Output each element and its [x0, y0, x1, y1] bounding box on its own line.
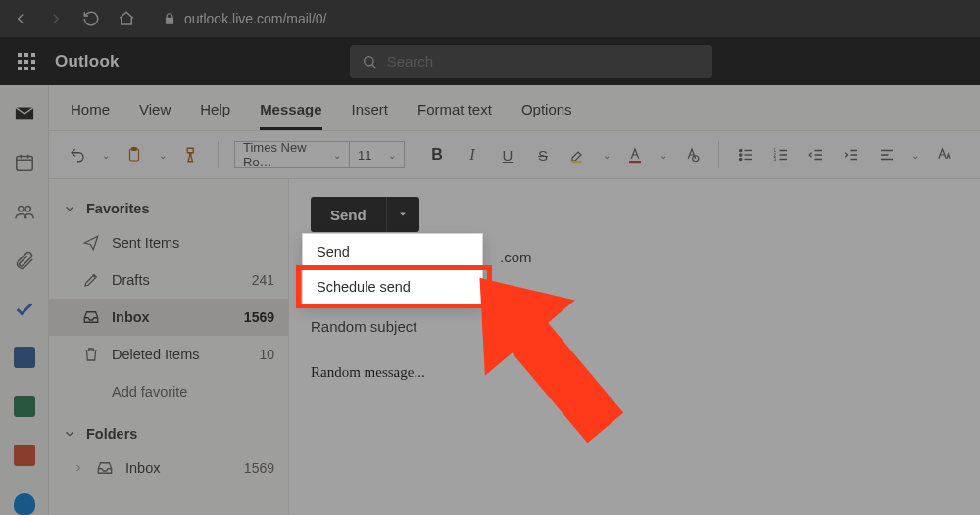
- send-menu-schedule-send[interactable]: Schedule send: [303, 269, 482, 304]
- folders-label: Folders: [86, 426, 137, 442]
- app-launcher-icon[interactable]: [18, 53, 35, 70]
- ribbon-commands: ⌄ ⌄ Times New Ro…⌄ 11⌄ B I U S ⌄ ⌄: [49, 130, 980, 179]
- tab-message[interactable]: Message: [260, 95, 321, 130]
- font-color-chevron-icon[interactable]: ⌄: [660, 150, 667, 161]
- folder-sent-items[interactable]: Sent Items: [49, 224, 288, 261]
- undo-chevron-icon[interactable]: ⌄: [102, 150, 110, 161]
- todo-icon[interactable]: [14, 299, 35, 320]
- mail-icon[interactable]: [14, 103, 35, 124]
- tab-format-text[interactable]: Format text: [417, 95, 492, 130]
- chevron-down-icon: [63, 427, 76, 441]
- folder-label: Inbox: [125, 460, 232, 476]
- message-body[interactable]: Random message...: [311, 364, 958, 381]
- powerpoint-icon[interactable]: [14, 445, 35, 466]
- tab-view[interactable]: View: [139, 95, 171, 130]
- svg-point-0: [364, 56, 372, 65]
- send-split-button: Send: [311, 197, 419, 232]
- svg-text:3: 3: [774, 157, 777, 162]
- suite-header: Outlook: [0, 37, 980, 85]
- excel-icon[interactable]: [14, 396, 35, 417]
- tab-options[interactable]: Options: [521, 95, 572, 130]
- inbox-icon: [82, 308, 100, 326]
- folder-pane: Favorites Sent Items Drafts 241 Inbox 15…: [49, 179, 289, 515]
- bold-button[interactable]: B: [426, 144, 448, 165]
- bullets-button[interactable]: [735, 144, 757, 165]
- trash-icon: [82, 346, 100, 363]
- svg-rect-5: [132, 148, 137, 151]
- tab-insert[interactable]: Insert: [352, 95, 389, 130]
- folder-inbox-sub[interactable]: Inbox 1569: [49, 449, 288, 487]
- attach-icon[interactable]: [14, 250, 35, 271]
- people-icon[interactable]: [14, 201, 35, 222]
- favorites-label: Favorites: [86, 201, 149, 216]
- font-name-value: Times New Ro…: [243, 140, 333, 169]
- browser-toolbar: outlook.live.com/mail/0/: [0, 0, 980, 37]
- italic-button[interactable]: I: [462, 144, 483, 165]
- svg-point-9: [740, 158, 742, 160]
- folder-label: Deleted Items: [112, 347, 247, 362]
- styles-button[interactable]: [933, 144, 955, 165]
- underline-button[interactable]: U: [497, 144, 518, 165]
- folder-deleted-items[interactable]: Deleted Items 10: [49, 336, 288, 373]
- brand-label: Outlook: [55, 52, 120, 71]
- calendar-icon[interactable]: [14, 152, 35, 173]
- url-text: outlook.live.com/mail/0/: [184, 11, 327, 26]
- tab-home[interactable]: Home: [71, 95, 110, 130]
- send-menu-send[interactable]: Send: [303, 234, 482, 269]
- align-chevron-icon[interactable]: ⌄: [911, 150, 919, 161]
- subject-field[interactable]: Random subject: [311, 318, 958, 335]
- folders-header[interactable]: Folders: [49, 418, 288, 449]
- highlight-chevron-icon[interactable]: ⌄: [603, 150, 611, 161]
- font-name-select[interactable]: Times New Ro…⌄: [234, 141, 350, 168]
- chevron-down-icon: ⌄: [333, 150, 341, 161]
- separator: [718, 141, 719, 168]
- chevron-down-icon: [63, 202, 76, 215]
- onedrive-icon[interactable]: [14, 493, 35, 515]
- font-color-button[interactable]: [624, 144, 646, 165]
- word-icon[interactable]: [14, 347, 35, 368]
- paste-chevron-icon[interactable]: ⌄: [159, 150, 167, 161]
- content-body: Favorites Sent Items Drafts 241 Inbox 15…: [49, 179, 980, 515]
- align-button[interactable]: [876, 144, 898, 165]
- address-bar[interactable]: outlook.live.com/mail/0/: [163, 11, 327, 26]
- back-icon[interactable]: [12, 10, 29, 27]
- svg-point-2: [18, 206, 23, 211]
- numbering-button[interactable]: 123: [770, 144, 792, 165]
- folder-count: 10: [259, 347, 274, 362]
- add-favorite-label: Add favorite: [112, 384, 274, 399]
- sent-icon: [82, 234, 100, 252]
- search-icon: [362, 54, 377, 70]
- folder-label: Drafts: [112, 272, 240, 288]
- folder-count: 1569: [244, 460, 274, 476]
- search-input[interactable]: [387, 53, 701, 70]
- folder-drafts[interactable]: Drafts 241: [49, 261, 288, 299]
- home-icon[interactable]: [118, 10, 135, 27]
- reload-icon[interactable]: [82, 10, 100, 27]
- favorites-header[interactable]: Favorites: [49, 193, 288, 224]
- format-painter-button[interactable]: [180, 144, 202, 165]
- font-size-select[interactable]: 11⌄: [350, 141, 405, 168]
- paste-button[interactable]: [123, 144, 145, 165]
- app-body: Home View Help Message Insert Format tex…: [0, 85, 980, 515]
- folder-inbox[interactable]: Inbox 1569: [49, 299, 288, 336]
- svg-point-7: [740, 149, 742, 151]
- main-area: Home View Help Message Insert Format tex…: [49, 85, 980, 515]
- add-favorite-link[interactable]: Add favorite: [49, 373, 288, 410]
- send-button[interactable]: Send: [311, 207, 386, 223]
- send-split-chevron[interactable]: [386, 197, 419, 232]
- undo-button[interactable]: [67, 144, 88, 165]
- highlight-button[interactable]: [567, 144, 589, 165]
- clear-format-button[interactable]: [681, 144, 703, 165]
- chevron-right-icon[interactable]: [73, 462, 84, 474]
- search-box[interactable]: [350, 45, 712, 78]
- tab-help[interactable]: Help: [200, 95, 230, 130]
- outdent-button[interactable]: [806, 144, 827, 165]
- folder-label: Sent Items: [112, 235, 263, 251]
- folder-label: Inbox: [112, 309, 232, 325]
- send-menu: Send Schedule send: [302, 233, 483, 305]
- chevron-down-icon: ⌄: [388, 150, 396, 161]
- indent-button[interactable]: [841, 144, 862, 165]
- chevron-down-icon: [397, 209, 409, 220]
- strikethrough-button[interactable]: S: [532, 144, 554, 165]
- forward-icon[interactable]: [47, 10, 65, 27]
